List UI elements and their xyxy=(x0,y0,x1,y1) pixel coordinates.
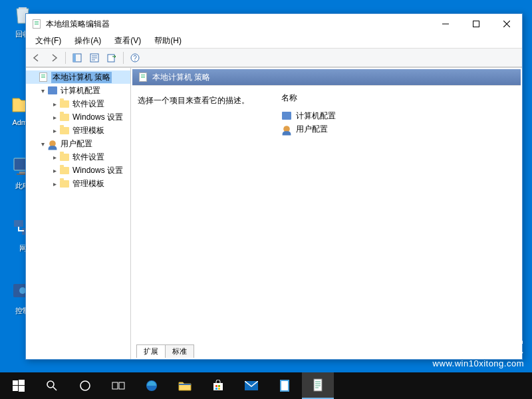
tree-computer-admin-templates[interactable]: ▸ 管理模板 xyxy=(26,124,130,137)
app-icon xyxy=(31,19,42,29)
close-button[interactable] xyxy=(491,14,522,34)
list-item-computer-configuration[interactable]: 计算机配置 xyxy=(281,109,518,122)
user-icon xyxy=(47,138,58,149)
taskview-button[interactable] xyxy=(102,372,134,399)
document-icon xyxy=(138,72,148,82)
svg-rect-18 xyxy=(13,380,18,385)
menu-file[interactable]: 文件(F) xyxy=(29,33,68,49)
tree-node-label: 用户配置 xyxy=(61,138,92,150)
description-text: 选择一个项目来查看它的描述。 xyxy=(138,91,271,339)
tree-node-label: 软件设置 xyxy=(72,98,104,110)
chevron-right-icon[interactable]: ▸ xyxy=(50,100,59,108)
minimize-button[interactable] xyxy=(430,14,461,34)
svg-text:?: ? xyxy=(133,55,137,62)
cortana-button[interactable] xyxy=(69,372,101,399)
svg-point-23 xyxy=(80,381,90,390)
document-icon xyxy=(38,72,49,82)
tab-standard[interactable]: 标准 xyxy=(165,344,194,358)
toolbar-showhide-button[interactable] xyxy=(69,51,85,65)
chevron-down-icon[interactable]: ▾ xyxy=(38,87,47,94)
folder-icon xyxy=(59,112,70,122)
menu-help[interactable]: 帮助(H) xyxy=(148,33,188,49)
tree-pane: 本地计算机 策略 ▾ 计算机配置 ▸ 软件设置 ▸ Windows 设置 ▸ 管… xyxy=(26,68,131,359)
column-name-header[interactable]: 名称 xyxy=(281,92,518,104)
gpedit-window: 本地组策略编辑器 文件(F) 操作(A) 查看(V) 帮助(H) ? xyxy=(25,13,523,360)
tab-extended[interactable]: 扩展 xyxy=(136,344,166,358)
chevron-right-icon[interactable]: ▸ xyxy=(50,127,59,134)
tree-root-local-computer-policy[interactable]: 本地计算机 策略 xyxy=(26,70,130,84)
taskbar-explorer[interactable] xyxy=(169,372,201,399)
svg-rect-27 xyxy=(179,384,191,385)
maximize-button[interactable] xyxy=(461,14,491,34)
tree-node-label: 管理模板 xyxy=(72,178,104,190)
svg-rect-11 xyxy=(108,55,114,62)
svg-rect-30 xyxy=(218,385,220,387)
svg-rect-19 xyxy=(19,380,25,385)
watermark-brand: Win10 xyxy=(446,338,492,356)
chevron-down-icon[interactable]: ▾ xyxy=(38,140,47,148)
folder-icon xyxy=(59,125,70,136)
toolbar-help-button[interactable]: ? xyxy=(127,51,143,65)
taskbar-notepad[interactable] xyxy=(269,372,301,399)
svg-rect-14 xyxy=(420,338,430,346)
taskbar-gpedit[interactable] xyxy=(302,372,334,399)
svg-rect-21 xyxy=(19,386,25,392)
tree-user-configuration[interactable]: ▾ 用户配置 xyxy=(26,137,130,150)
computer-icon xyxy=(47,85,58,96)
chevron-right-icon[interactable]: ▸ xyxy=(50,167,59,174)
svg-rect-15 xyxy=(431,337,440,346)
windows-logo-icon xyxy=(419,336,442,358)
menu-action[interactable]: 操作(A) xyxy=(68,33,108,49)
taskbar xyxy=(0,372,532,399)
content-header-title: 本地计算机 策略 xyxy=(152,72,210,83)
start-button[interactable] xyxy=(3,372,35,399)
toolbar-properties-button[interactable] xyxy=(86,51,102,65)
toolbar: ? xyxy=(26,49,522,67)
tree-node-label: Windows 设置 xyxy=(72,165,123,176)
tree-computer-configuration[interactable]: ▾ 计算机配置 xyxy=(26,84,130,97)
svg-rect-24 xyxy=(112,382,118,389)
svg-rect-29 xyxy=(215,385,217,387)
tree-user-software-settings[interactable]: ▸ 软件设置 xyxy=(26,150,130,164)
tree-computer-software-settings[interactable]: ▸ 软件设置 xyxy=(26,97,130,110)
svg-rect-7 xyxy=(473,21,479,27)
nav-back-button[interactable] xyxy=(29,51,45,65)
folder-icon xyxy=(59,165,70,176)
tree-user-admin-templates[interactable]: ▸ 管理模板 xyxy=(26,177,130,190)
tree-node-label: 管理模板 xyxy=(72,125,104,136)
menu-view[interactable]: 查看(V) xyxy=(108,33,148,49)
content-header: 本地计算机 策略 xyxy=(132,69,521,85)
folder-icon xyxy=(59,152,70,162)
search-button[interactable] xyxy=(36,372,68,399)
tree-computer-windows-settings[interactable]: ▸ Windows 设置 xyxy=(26,110,130,124)
content-pane: 本地计算机 策略 选择一个项目来查看它的描述。 名称 计算机配置 用户配置 xyxy=(131,68,522,359)
menubar: 文件(F) 操作(A) 查看(V) 帮助(H) xyxy=(26,34,522,49)
svg-rect-32 xyxy=(218,388,220,390)
taskbar-store[interactable] xyxy=(202,372,234,399)
tree-node-label: 软件设置 xyxy=(72,152,104,163)
list-item-label: 计算机配置 xyxy=(296,110,336,122)
svg-rect-25 xyxy=(119,382,124,389)
tree-user-windows-settings[interactable]: ▸ Windows 设置 xyxy=(26,164,130,177)
tree-node-label: Windows 设置 xyxy=(72,112,123,123)
toolbar-export-button[interactable] xyxy=(104,51,120,65)
watermark-url: www.win10xitong.com xyxy=(419,358,524,368)
taskbar-edge[interactable] xyxy=(136,372,168,399)
window-title: 本地组策略编辑器 xyxy=(46,19,110,30)
nav-forward-button[interactable] xyxy=(46,51,62,65)
chevron-right-icon[interactable]: ▸ xyxy=(50,154,59,161)
list-item-label: 用户配置 xyxy=(296,124,328,135)
svg-rect-16 xyxy=(420,348,430,356)
svg-rect-20 xyxy=(13,386,18,391)
chevron-right-icon[interactable]: ▸ xyxy=(50,114,59,121)
svg-rect-31 xyxy=(215,388,217,390)
svg-rect-9 xyxy=(73,54,76,62)
content-list: 名称 计算机配置 用户配置 xyxy=(281,91,518,339)
computer-icon xyxy=(281,110,292,121)
chevron-right-icon[interactable]: ▸ xyxy=(50,180,59,188)
list-item-user-configuration[interactable]: 用户配置 xyxy=(281,122,518,136)
taskbar-mail[interactable] xyxy=(235,372,267,399)
user-icon xyxy=(281,124,292,134)
titlebar[interactable]: 本地组策略编辑器 xyxy=(26,14,522,34)
svg-rect-17 xyxy=(431,348,440,357)
